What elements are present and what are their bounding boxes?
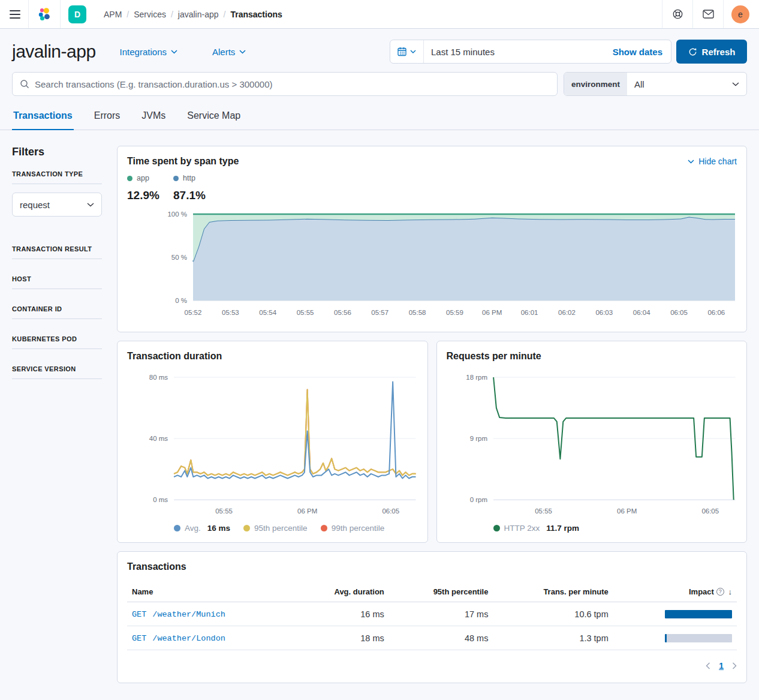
breadcrumb-item[interactable]: APM [104,10,122,19]
filter-section-label[interactable]: KUBERNETES POD [12,335,102,343]
span-type-chart[interactable]: 100 %50 %0 %05:5205:5305:5405:5505:5605:… [127,207,737,322]
svg-text:05:53: 05:53 [222,309,239,316]
show-dates-link[interactable]: Show dates [613,47,671,57]
mail-icon[interactable] [701,7,715,22]
space-badge[interactable]: D [68,5,86,23]
tab-errors[interactable]: Errors [93,104,122,130]
filters-sidebar: Filters TRANSACTION TYPErequestTRANSACTI… [12,146,102,395]
requests-per-minute-chart[interactable]: 18 rpm9 rpm0 rpm05:5506 PM06:05 [447,368,737,519]
chevron-down-icon [410,50,416,53]
svg-text:05:55: 05:55 [297,309,314,316]
hide-chart-link[interactable]: Hide chart [688,157,737,166]
filter-section-label[interactable]: TRANSACTION TYPE [12,170,102,178]
span-summary-http: http87.1% [173,174,219,202]
search-input[interactable] [35,79,550,89]
menu-icon[interactable] [10,10,20,19]
search-box [12,72,558,96]
transaction-type-select[interactable]: request [12,193,102,217]
impact-bar-track [665,634,732,642]
column-header-95th-percentile[interactable]: 95th percentile [389,582,493,602]
svg-text:0 %: 0 % [175,297,187,304]
svg-text:05:54: 05:54 [259,309,276,316]
divider [12,184,102,184]
transaction-path: /weather/Munich [152,610,225,619]
transaction-link[interactable]: GET/weather/Munich [132,610,225,619]
tab-bar: TransactionsErrorsJVMsService Map [0,104,759,130]
transaction-type-value: request [20,200,50,210]
cell-avg-duration: 18 ms [293,626,389,650]
tab-service-map[interactable]: Service Map [186,104,242,130]
legend-item-http-2xx[interactable]: HTTP 2xx11.7 rpm [493,524,580,533]
transaction-duration-chart[interactable]: 80 ms40 ms0 ms05:5506 PM06:05 [127,368,418,519]
svg-text:06 PM: 06 PM [297,507,317,515]
legend-label: http [183,174,195,182]
svg-text:06 PM: 06 PM [482,309,502,316]
transaction-path: /weather/London [152,634,225,643]
help-icon[interactable] [670,7,685,22]
tab-transactions[interactable]: Transactions [12,104,74,130]
svg-text:05:56: 05:56 [334,309,351,316]
calendar-dropdown-button[interactable] [390,40,424,63]
divider [12,319,102,319]
filter-section-label[interactable]: CONTAINER ID [12,305,102,313]
svg-text:0 ms: 0 ms [153,496,168,503]
breadcrumb-item[interactable]: Services [134,10,166,19]
page-number[interactable]: 1 [719,661,724,671]
svg-text:06:05: 06:05 [670,309,688,316]
span-summary-app: app12.9% [127,174,173,202]
cell-95th-percentile: 48 ms [389,626,493,650]
filters-heading: Filters [12,146,102,158]
transaction-duration-panel: Transaction duration 80 ms40 ms0 ms05:55… [117,341,428,543]
previous-page-icon[interactable] [706,662,710,669]
chevron-down-icon [239,50,246,54]
cell-95th-percentile: 17 ms [389,602,493,626]
impact-help-icon[interactable]: ? [716,588,724,596]
column-header-name[interactable]: Name [127,582,293,602]
legend-item-95th-percentile[interactable]: 95th percentile [243,524,308,533]
user-avatar[interactable]: e [731,5,749,23]
legend-label: 99th percentile [332,524,385,533]
column-header-trans-per-minute[interactable]: Trans. per minute [493,582,613,602]
svg-text:50 %: 50 % [171,254,187,261]
chevron-down-icon [732,82,739,86]
alerts-menu[interactable]: Alerts [212,47,246,57]
environment-select[interactable]: environment All [564,72,747,96]
svg-text:06:06: 06:06 [707,309,725,316]
search-row: environment All [0,72,759,96]
filter-section-label[interactable]: TRANSACTION RESULT [12,245,102,253]
search-icon [20,79,29,89]
legend-item-app[interactable]: app [127,174,173,182]
cell-impact [613,626,737,650]
breadcrumb-item[interactable]: javalin-app [178,10,219,19]
cell-trans-per-minute: 10.6 tpm [493,602,613,626]
legend-item-avg-[interactable]: Avg.16 ms [174,524,230,533]
legend-value: 11.7 rpm [546,524,579,533]
tab-jvms[interactable]: JVMs [140,104,167,130]
legend-item-99th-percentile[interactable]: 99th percentile [321,524,385,533]
transactions-panel: Transactions NameAvg. duration95th perce… [117,551,747,683]
filter-section-label[interactable]: SERVICE VERSION [12,365,102,372]
transaction-link[interactable]: GET/weather/London [132,634,225,643]
span-percentage-http: 87.1% [173,189,219,202]
refresh-button[interactable]: Refresh [676,40,747,64]
environment-value: All [627,79,732,89]
cell-avg-duration: 16 ms [293,602,389,626]
legend-item-http[interactable]: http [173,174,219,182]
impact-bar-track [665,610,732,618]
svg-text:05:52: 05:52 [185,309,202,316]
breadcrumb-separator: / [171,10,173,19]
svg-text:06:02: 06:02 [558,309,576,316]
integrations-menu[interactable]: Integrations [120,47,177,57]
transactions-title: Transactions [127,561,737,572]
divider [12,349,102,349]
next-page-icon[interactable] [732,662,737,669]
elastic-logo[interactable] [37,7,52,22]
column-header-avg-duration[interactable]: Avg. duration [293,582,389,602]
time-range-value[interactable]: Last 15 minutes [424,47,613,57]
legend-label: 95th percentile [254,524,308,533]
legend-dot [173,176,179,181]
sort-desc-icon: ↓ [726,587,732,596]
column-header-impact[interactable]: Impact? ↓ [613,582,737,602]
filter-section-label[interactable]: HOST [12,275,102,283]
legend-dot [127,176,132,181]
